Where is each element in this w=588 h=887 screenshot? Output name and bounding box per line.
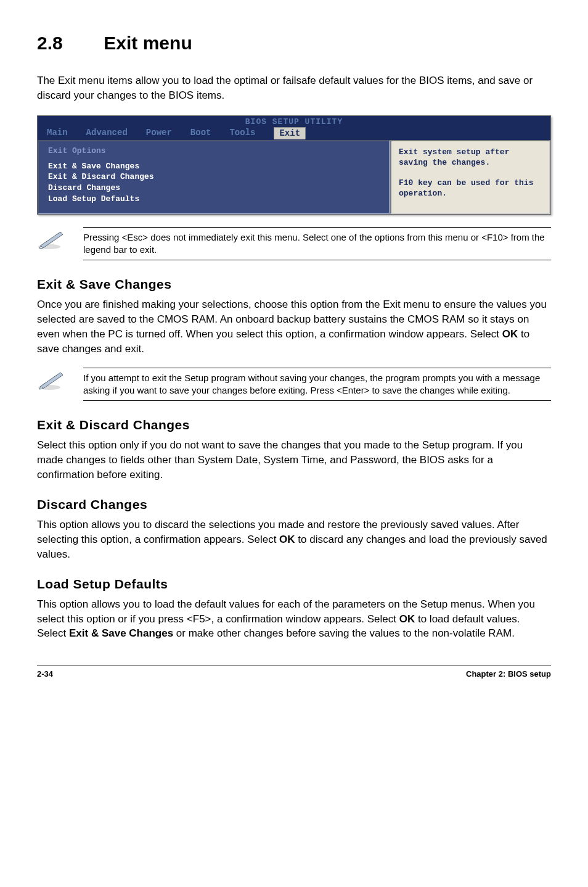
body-exit-discard: Select this option only if you do not wa…: [37, 438, 551, 482]
bios-item-load-defaults[interactable]: Load Setup Defaults: [48, 194, 380, 205]
note-2-text: If you attempt to exit the Setup program…: [83, 368, 551, 402]
bios-item-exit-save[interactable]: Exit & Save Changes: [48, 162, 380, 172]
bios-tab-boot[interactable]: Boot: [190, 127, 211, 139]
bios-item-discard[interactable]: Discard Changes: [48, 183, 380, 194]
chapter-label: Chapter 2: BIOS setup: [466, 669, 551, 680]
section-title: Exit menu: [104, 33, 192, 53]
bios-body: Exit Options Exit & Save Changes Exit & …: [38, 140, 550, 214]
page-footer: 2-34 Chapter 2: BIOS setup: [37, 666, 551, 680]
heading-exit-discard: Exit & Discard Changes: [37, 416, 551, 433]
bios-tab-power[interactable]: Power: [146, 127, 172, 139]
bios-tab-tools[interactable]: Tools: [229, 127, 255, 139]
body-load-defaults: This option allows you to load the defau…: [37, 597, 551, 641]
bios-header: BIOS SETUP UTILITY Main Advanced Power B…: [38, 116, 550, 140]
note-2: If you attempt to exit the Setup program…: [37, 368, 551, 402]
heading-load-defaults: Load Setup Defaults: [37, 576, 551, 592]
note-1-text: Pressing <Esc> does not immediately exit…: [83, 227, 551, 261]
bios-title: BIOS SETUP UTILITY: [47, 117, 541, 128]
body-discard: This option allows you to discard the se…: [37, 518, 551, 561]
bios-tab-advanced[interactable]: Advanced: [86, 127, 128, 139]
body-exit-save: Once you are finished making your select…: [37, 297, 551, 356]
bios-left-heading: Exit Options: [48, 146, 380, 157]
note-1: Pressing <Esc> does not immediately exit…: [37, 227, 551, 261]
bios-tab-bar: Main Advanced Power Boot Tools Exit: [47, 127, 541, 139]
bios-tab-exit[interactable]: Exit: [274, 127, 306, 139]
heading-discard: Discard Changes: [37, 496, 551, 513]
bios-right-pane: Exit system setup after saving the chang…: [390, 140, 550, 214]
pencil-icon: [37, 368, 68, 395]
bios-left-pane: Exit Options Exit & Save Changes Exit & …: [38, 140, 390, 214]
section-heading: 2.8 Exit menu: [37, 31, 551, 55]
bios-item-exit-discard[interactable]: Exit & Discard Changes: [48, 172, 380, 183]
heading-exit-save: Exit & Save Changes: [37, 276, 551, 292]
page-number: 2-34: [37, 669, 53, 680]
bios-tab-main[interactable]: Main: [47, 127, 68, 139]
intro-paragraph: The Exit menu items allow you to load th…: [37, 73, 551, 103]
bios-panel: BIOS SETUP UTILITY Main Advanced Power B…: [37, 115, 551, 215]
section-number: 2.8: [37, 31, 99, 55]
pencil-icon: [37, 227, 68, 254]
